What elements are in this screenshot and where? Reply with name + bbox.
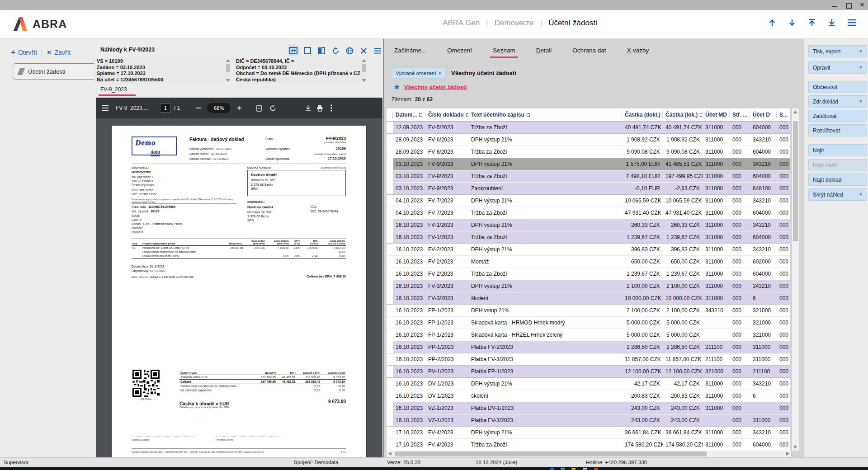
- tab-detail[interactable]: Detail: [536, 47, 552, 58]
- table-row[interactable]: 16.10.2023FV-3/2023DPH výstup 21%2 100,0…: [387, 280, 790, 292]
- table-row[interactable]: 16.10.2023PP-1/2023Platba FV-2/20232 286…: [387, 341, 790, 353]
- table-row[interactable]: 16.10.2023FP-1/2023Skladová karta - HRMO…: [387, 316, 790, 329]
- tab-seznam[interactable]: Seznam: [493, 47, 515, 58]
- column-header[interactable]: Účet D: [750, 108, 777, 121]
- column-header[interactable]: Číslo dokladu: [425, 108, 468, 121]
- sidebar-item-ucetni-zadosti[interactable]: Účetní žádosti: [13, 63, 97, 80]
- opravit-button[interactable]: Opravit▼: [808, 61, 867, 74]
- maximize-icon[interactable]: [845, 2, 852, 8]
- table-row[interactable]: 16.10.2023VZ-1/2023Platba FV-3/2023243,0…: [387, 414, 790, 426]
- invoice-item-column: Cena za MJ (bez DPH): [244, 239, 265, 246]
- najít-button[interactable]: Najít: [808, 144, 867, 156]
- zaúčtovat-button[interactable]: Zaúčtovat: [808, 110, 867, 122]
- arrow-down-icon[interactable]: [787, 17, 797, 28]
- table-row[interactable]: 17.10.2023FV-4/2023DPH výstup 21%36 661,…: [387, 426, 790, 438]
- layout-columns-icon[interactable]: [316, 45, 327, 56]
- pdf-zoom-level[interactable]: 68%: [207, 103, 231, 113]
- globe-icon[interactable]: [344, 45, 355, 56]
- arrow-first-icon[interactable]: [807, 17, 817, 28]
- občerstvit-button[interactable]: Občerstvit: [808, 81, 867, 93]
- table-row[interactable]: 16.10.2023PV-1/2023Platba FP-1/202312 10…: [387, 365, 790, 377]
- filter-dropdown[interactable]: Vybrané omezení ▼: [392, 68, 445, 79]
- table-row[interactable]: 16.10.2023VZ-1/2023Platba DV-1/2023243,0…: [387, 402, 790, 414]
- table-row[interactable]: 04.10.2023FV-7/2023DPH výstup 21%10 065,…: [387, 194, 790, 207]
- table-row[interactable]: 28.09.2023FV-6/2023Tržba za Zboží9 090,0…: [387, 146, 790, 158]
- column-header[interactable]: [387, 108, 393, 121]
- tisk-export-button[interactable]: Tisk, export▼: [808, 45, 867, 57]
- invoice-number: FV-9/2023: [292, 136, 346, 141]
- table-row-selected[interactable]: 03.10.2023FV-9/2023DPH výstup 21%1 575,0…: [387, 158, 790, 170]
- info-scrollbar[interactable]: [226, 58, 231, 83]
- table-row[interactable]: 16.10.2023PP-2/2023Platba FV-3/202311 85…: [387, 353, 790, 365]
- zdr-doklad-button[interactable]: Zdr.doklad▼: [808, 95, 867, 108]
- table-row[interactable]: 03.10.2023FV-9/2023Tržba za Zboží7 498,1…: [387, 170, 790, 182]
- pdf-sidebar-icon[interactable]: [99, 102, 111, 114]
- column-header[interactable]: Datum...: [393, 108, 425, 121]
- table-row[interactable]: 12.09.2023FV-5/2023Tržba za Zboží40 491,…: [387, 121, 790, 133]
- table-row[interactable]: 04.10.2023FV-7/2023Tržba za Zboží47 931,…: [387, 207, 790, 219]
- column-header[interactable]: Stř. ...: [730, 108, 750, 121]
- scrollbar-thumb[interactable]: [395, 451, 707, 456]
- info-scrollbar[interactable]: [362, 58, 367, 83]
- print-icon[interactable]: [314, 102, 326, 114]
- rozúčtovat-button[interactable]: Rozúčtovat: [808, 124, 867, 136]
- close-preview-icon[interactable]: [358, 45, 369, 56]
- table-row[interactable]: 16.10.2023FV-2/2023Tržba za Zboží1 239,6…: [387, 268, 790, 280]
- table-row[interactable]: 16.10.2023FV-1/2023DPH výstup 21%260,33 …: [387, 219, 790, 231]
- column-header[interactable]: Text účetního zápisu: [468, 108, 622, 121]
- table-row[interactable]: 16.10.2023FV-1/2023Tržba za Zboží1 239,6…: [387, 231, 790, 243]
- scrollbar-thumb[interactable]: [793, 121, 798, 241]
- table-row[interactable]: 16.10.2023FV-2/2023Montáž650,00 CZK650,0…: [387, 255, 790, 268]
- table-row[interactable]: 16.10.2023FP-1/2023Skladová karta - HRZE…: [387, 329, 790, 341]
- table-row[interactable]: 16.10.2023FV-2/2023DPH výstup 21%396,83 …: [387, 243, 790, 255]
- status-version: Verze: 25.0.20: [387, 460, 420, 465]
- vertical-scrollbar[interactable]: [792, 108, 799, 451]
- skrýt-náhled-button[interactable]: Skrýt náhled▼: [808, 188, 867, 201]
- invoice-item-column: Cena celkem (v EUR s DPH): [319, 239, 346, 246]
- kebab-menu-icon[interactable]: [326, 102, 337, 114]
- column-header[interactable]: S...: [777, 108, 790, 121]
- table-row[interactable]: 16.10.2023FV-3/2023školení10 000,00 CZK1…: [387, 292, 790, 304]
- close-icon[interactable]: ✕: [859, 2, 865, 8]
- preview-menu-icon[interactable]: [372, 45, 383, 56]
- arrow-up-icon[interactable]: [767, 17, 778, 28]
- chevron-down-icon: ▼: [438, 71, 442, 75]
- layout-split-icon[interactable]: [288, 45, 299, 56]
- tab-ochrana-dat[interactable]: Ochrana dat: [572, 47, 606, 58]
- layout-full-icon[interactable]: [302, 45, 313, 56]
- table-row[interactable]: 16.10.2023FP-1/2023DPH vstup 21%2 100,00…: [387, 304, 790, 316]
- refresh-icon[interactable]: [330, 45, 341, 56]
- table-row[interactable]: 16.10.2023DV-1/2023školení-200,83 CZK-20…: [387, 390, 790, 402]
- minimize-icon[interactable]: [832, 2, 838, 8]
- panel-divider: [383, 39, 384, 457]
- tab-x-vazby[interactable]: X-vazby: [627, 47, 649, 58]
- table-row[interactable]: 28.09.2023FV-6/2023DPH výstup 21%1 908,9…: [387, 133, 790, 146]
- favorite-filter-link[interactable]: Všechny účetní žádosti: [404, 84, 467, 90]
- open-button[interactable]: +Otevřít: [6, 48, 42, 57]
- fit-page-icon[interactable]: [253, 102, 265, 114]
- column-header[interactable]: Účet MD: [703, 108, 730, 121]
- horizontal-scrollbar[interactable]: [387, 451, 791, 457]
- tab-za-n-me-[interactable]: Začínáme...: [394, 47, 426, 58]
- pdf-page-input[interactable]: 1: [160, 103, 171, 113]
- document-tab-label: FV-9_2023: [99, 86, 129, 94]
- rotate-icon[interactable]: [267, 102, 278, 114]
- close-tab-button[interactable]: ✕Zavřít: [42, 49, 75, 56]
- chevron-down-icon: ▼: [859, 49, 863, 53]
- document-tab[interactable]: FV-9_2023: [99, 85, 136, 96]
- download-icon[interactable]: [302, 102, 314, 114]
- najít-doklad-button[interactable]: Najít doklad: [808, 174, 867, 186]
- menu-icon[interactable]: [846, 17, 857, 28]
- table-row[interactable]: 03.10.2023FV-9/2023Zaokrouhlení-0,10 EUR…: [387, 182, 790, 194]
- favorite-star-icon[interactable]: ★: [393, 83, 400, 91]
- zoom-in-icon[interactable]: [233, 102, 245, 114]
- table-row[interactable]: 17.10.2023FV-4/2023Tržba za Zboží174 580…: [387, 438, 790, 451]
- table-row[interactable]: 16.10.2023DV-1/2023DPH výstup 21%-42,17 …: [387, 377, 790, 390]
- tab-omezen-[interactable]: Omezení: [447, 47, 472, 58]
- zoom-out-icon[interactable]: [193, 102, 204, 114]
- arrow-last-icon[interactable]: [826, 17, 837, 28]
- column-header[interactable]: Částka (dokl.): [622, 108, 663, 121]
- received-by-label: Převzal(a) jméno: [216, 438, 233, 441]
- invoice-page: Demo data Faktura - daňový doklad Číslo:…: [112, 126, 366, 457]
- column-header[interactable]: Částka (lok.): [663, 108, 703, 121]
